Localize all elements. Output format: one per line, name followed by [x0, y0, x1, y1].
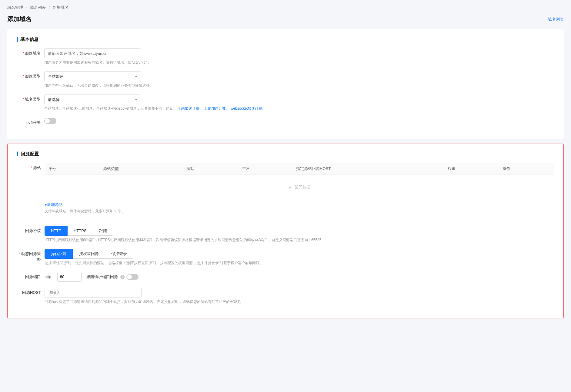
col-host: 指定源站回源HOST: [292, 163, 444, 175]
domain-type-hint: 全站加速、全站加速-上传加速、全站加速-websocket加速，三者收费不同，详…: [44, 106, 554, 111]
page-title: 添加域名: [7, 15, 32, 23]
basic-info-title: 基本信息: [17, 37, 554, 42]
domain-type-label: *域名类型: [17, 95, 44, 102]
info-icon[interactable]: i: [120, 275, 125, 279]
port-row: 回源端口 http 跟随请求端口回源 i: [17, 272, 554, 282]
col-type: 源站类型: [99, 163, 183, 175]
host-input[interactable]: [45, 288, 142, 297]
protocol-row: 回源协议 HTTP HTTPS 跟随 HTTP协议回源默认使用80端口，HTTP…: [17, 226, 554, 243]
ipv6-label: ipv6开关: [17, 118, 44, 125]
domain-row: *加速域名 加速域名为需要使用加速服务的域名。支持泛域名，如*.ctyun.cn…: [17, 48, 554, 65]
protocol-group: HTTP HTTPS 跟随: [45, 226, 554, 236]
col-action: 操作: [499, 163, 554, 175]
billing-link-1[interactable]: 全站加速计费: [178, 106, 199, 111]
billing-link-2[interactable]: 上传加速计费: [204, 106, 226, 111]
col-weight: 权重: [444, 163, 499, 175]
protocol-http-button[interactable]: HTTP: [45, 226, 68, 236]
origin-support-hint: 支持IP或域名、媒体存储源站，最多可添加60个。: [45, 209, 554, 214]
port-label: 回源端口: [17, 272, 45, 280]
add-origin-button[interactable]: +新增源站: [45, 202, 554, 208]
domain-type-select-wrapper: 请选择: [44, 95, 141, 104]
strategy-row: *动态回源策略 择优回源 按权重回源 保持登录 选择'择优回源'时，优先回最快的…: [17, 249, 554, 266]
domain-input[interactable]: [44, 48, 141, 58]
empty-row: ☁ 暂无数据: [45, 174, 554, 200]
ipv6-toggle[interactable]: [44, 118, 56, 124]
empty-icon: ☁: [288, 185, 292, 189]
follow-port-group: 跟随请求端口回源 i: [86, 274, 139, 280]
protocol-hint: HTTP协议回源默认使用80端口，HTTPS协议回源默认使用443端口，跟随请求…: [45, 237, 554, 243]
col-index: 序号: [45, 163, 99, 175]
acceleration-type-row: *加速类型 全站加速 上传加速 全站加速-websocket加速 加速类型一经确…: [17, 71, 554, 88]
host-row: 回源HOST 回源host决定了回源请求访问到源站的哪个站点，默认值为加速域名。…: [17, 288, 554, 305]
follow-port-label: 跟随请求端口回源: [86, 274, 118, 280]
strategy-best-button[interactable]: 择优回源: [45, 249, 73, 259]
protocol-follow-button[interactable]: 跟随: [93, 226, 113, 236]
strategy-label: *动态回源策略: [17, 249, 45, 262]
protocol-https-button[interactable]: HTTPS: [67, 226, 93, 236]
follow-port-toggle[interactable]: [126, 274, 139, 280]
domain-type-select[interactable]: 请选择: [44, 95, 141, 104]
origin-table: 序号 源站类型 源站 层级 指定源站回源HOST 权重 操作 ☁: [45, 163, 554, 200]
acceleration-type-label: *加速类型: [17, 71, 44, 79]
ipv6-row: ipv6开关: [17, 118, 554, 125]
strategy-weight-button[interactable]: 按权重回源: [73, 249, 105, 259]
domain-label: *加速域名: [17, 48, 44, 56]
breadcrumb: 域名管理 / 域名列表 / 新增域名: [7, 5, 564, 10]
strategy-hint: 选择'择优回源'时，优先回最快的源站，忽略权重；选择'按权重回源'时，按照配置的…: [45, 260, 554, 266]
source-table-row: *源站 序号 源站类型 源站 层级 指定源站回源HOST 权重 操作: [17, 163, 554, 220]
domain-hint: 加速域名为需要使用加速服务的域名。支持泛域名，如*.ctyun.cn。: [44, 60, 554, 65]
port-protocol-label: http: [45, 274, 51, 279]
protocol-label: 回源协议: [17, 226, 45, 234]
port-input[interactable]: [57, 272, 82, 282]
col-level: 层级: [238, 163, 292, 175]
origin-config-title: 回源配置: [17, 151, 554, 157]
strategy-session-button[interactable]: 保持登录: [105, 249, 133, 259]
empty-text: 暂无数据: [295, 185, 310, 189]
acceleration-type-select-wrapper: 全站加速 上传加速 全站加速-websocket加速: [44, 71, 141, 81]
basic-info-card: 基本信息 *加速域名 加速域名为需要使用加速服务的域名。支持泛域名，如*.cty…: [7, 29, 564, 139]
host-hint: 回源host决定了回源请求访问到源站的哪个站点，默认值为加速域名。自定义配置时，…: [45, 299, 554, 305]
billing-link-3[interactable]: websocket加速计费: [231, 106, 262, 111]
domain-type-row: *域名类型 请选择 全站加速、全站加速-上传加速、全站加速-websocket加…: [17, 95, 554, 111]
acceleration-type-select[interactable]: 全站加速 上传加速 全站加速-websocket加速: [44, 71, 141, 81]
back-link[interactable]: « 域名列表: [545, 17, 564, 22]
host-label: 回源HOST: [17, 288, 45, 295]
source-label: *源站: [17, 163, 45, 171]
strategy-group: 择优回源 按权重回源 保持登录: [45, 249, 554, 259]
col-origin: 源站: [183, 163, 238, 175]
acceleration-type-hint: 加速类型一经确认，无法自助修改，请根据您的业务类型谨慎选择。: [44, 83, 554, 88]
origin-config-card: 回源配置 *源站 序号 源站类型 源站 层级 指定源站回源HOST 权重: [7, 144, 564, 319]
